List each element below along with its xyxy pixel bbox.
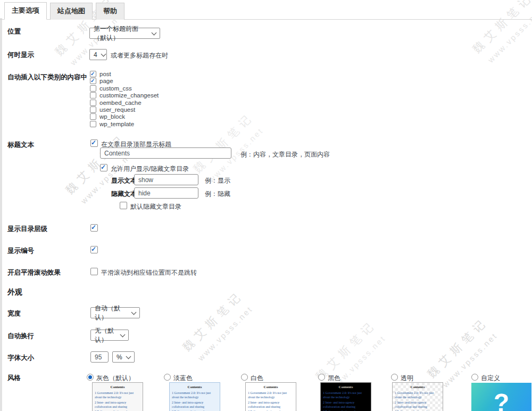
font-size-label: 字体大小 (7, 354, 34, 363)
smooth-scroll-checkbox-label: 平滑滚动到相应锚位置而不是跳转 (101, 268, 197, 277)
tab-help[interactable]: 帮助 (96, 3, 124, 20)
tab-bar: 主要选项 站点地图 帮助 (0, 2, 532, 20)
style-lightblue-preview: Contents 1 Government 2.0: It's not just… (169, 382, 220, 411)
preview-link: 1 Government 2.0: It's not just about th… (93, 391, 143, 399)
post-type-label: page (99, 78, 113, 84)
post-type-item: oembed_cache (90, 100, 159, 106)
hide-default-checkbox-label: 默认隐藏文章目录 (130, 202, 181, 211)
preview-title: Contents (171, 385, 219, 389)
wp-template-checkbox[interactable] (90, 121, 96, 127)
title-text-input[interactable] (100, 147, 231, 159)
style-lightblue-radio[interactable] (164, 374, 171, 381)
style-grey-label: 灰色（默认） (96, 374, 135, 383)
preview-link: 1 Government 2.0: It's not just about th… (321, 391, 371, 399)
style-custom-radio[interactable] (471, 374, 478, 381)
preview-title: Contents (94, 385, 142, 389)
font-size-unit-value: % (117, 354, 122, 361)
font-size-unit-select[interactable]: % (112, 351, 135, 363)
hierarchy-label: 显示目录层级 (7, 225, 47, 234)
position-select-value: 第一个标题前面（默认） (94, 24, 148, 43)
style-label: 风格 (7, 374, 21, 383)
chevron-down-icon (126, 354, 131, 359)
page-left-edge (0, 18, 2, 411)
preview-link: 2 Inter- and intra-agency collaboration … (393, 400, 443, 409)
post-type-item: wp_block (90, 113, 159, 120)
appearance-heading: 外观 (7, 287, 22, 297)
when-show-select[interactable]: 4 (89, 49, 107, 60)
hide-default-checkbox[interactable] (120, 202, 127, 209)
post-type-label: custom_css (99, 85, 132, 92)
style-grey-preview: Contents 1 Government 2.0: It's not just… (92, 382, 143, 411)
show-text-label: 显示文本 (111, 176, 137, 185)
tab-sitemap[interactable]: 站点地图 (50, 3, 93, 20)
post-type-item: customize_changeset (90, 92, 159, 99)
style-white-label: 白色 (251, 374, 263, 383)
preview-link: 1 Government 2.0: It's not just about th… (393, 391, 443, 399)
custom-css-checkbox[interactable] (90, 85, 96, 92)
hierarchy-checkbox[interactable] (90, 224, 98, 232)
watermark: 魏艾斯笔记www.vpsss.net (180, 287, 257, 365)
wrapping-select[interactable]: 无（默认） (90, 330, 129, 341)
when-show-select-value: 4 (94, 51, 97, 59)
show-title-checkbox[interactable] (90, 139, 98, 147)
allow-toggle-checkbox-label: 允许用户显示/隐藏文章目录 (111, 165, 189, 174)
hide-text-label: 隐藏文本 (111, 190, 137, 199)
auto-insert-label: 自动插入以下类别的内容中 (7, 73, 87, 82)
tab-main-options[interactable]: 主要选项 (4, 2, 47, 20)
post-type-item: user_request (90, 106, 159, 113)
width-select-value: 自动（默认） (95, 304, 128, 322)
preview-title: Contents (322, 385, 370, 389)
post-type-item: custom_css (90, 85, 159, 92)
numbering-checkbox[interactable] (90, 246, 98, 253)
show-text-input[interactable] (134, 174, 198, 185)
wrapping-select-value: 无（默认） (95, 326, 117, 344)
style-grey-radio[interactable] (87, 374, 94, 381)
preview-title: Contents (394, 385, 442, 389)
chevron-down-icon (120, 332, 126, 337)
style-transparent-label: 透明 (401, 374, 413, 383)
style-black-label: 黑色 (328, 374, 340, 383)
allow-toggle-checkbox[interactable] (100, 164, 107, 171)
numbering-label: 显示编号 (7, 246, 34, 256)
post-type-label: wp_template (99, 121, 134, 127)
position-label: 位置 (7, 27, 21, 36)
style-transparent-radio[interactable] (391, 374, 398, 381)
post-type-label: oembed_cache (99, 100, 142, 106)
style-transparent-preview: Contents 1 Government 2.0: It's not just… (392, 382, 443, 411)
user-request-checkbox[interactable] (90, 106, 96, 113)
style-black-radio[interactable] (318, 374, 325, 381)
preview-link: 2 Inter- and intra-agency collaboration … (170, 400, 220, 409)
width-select[interactable]: 自动（默认） (90, 307, 140, 318)
chevron-down-icon (152, 30, 157, 35)
font-size-input[interactable] (90, 351, 109, 363)
style-white-radio[interactable] (241, 374, 248, 381)
post-type-list: post page custom_css customize_changeset… (90, 71, 159, 128)
preview-link: 1 Government 2.0: It's not just about th… (246, 391, 296, 399)
page-checkbox[interactable] (90, 78, 96, 84)
hide-text-hint: 例：隐藏 (205, 190, 230, 199)
preview-link: 2 Inter- and intra-agency collaboration … (321, 400, 371, 409)
when-show-label: 何时显示 (7, 51, 34, 60)
style-white-preview: Contents 1 Government 2.0: It's not just… (245, 382, 296, 411)
post-checkbox[interactable] (90, 71, 96, 77)
smooth-scroll-checkbox[interactable] (90, 268, 98, 275)
post-type-label: customize_changeset (99, 92, 159, 98)
wrapping-label: 自动换行 (7, 332, 34, 341)
wp-block-checkbox[interactable] (90, 113, 96, 120)
oembed-cache-checkbox[interactable] (90, 100, 96, 106)
hide-text-input[interactable] (134, 187, 198, 199)
style-custom-label: 自定义 (481, 374, 500, 383)
smooth-scroll-label: 开启平滑滚动效果 (7, 268, 61, 277)
position-select[interactable]: 第一个标题前面（默认） (89, 28, 160, 39)
toc-settings-page: 魏艾斯笔记www.vpsss.net 魏艾斯笔记www.vpsss.net 魏艾… (0, 0, 532, 411)
preview-title: Contents (247, 385, 295, 389)
show-text-hint: 例：显示 (205, 176, 230, 185)
heading-text-label: 标题文本 (7, 141, 34, 150)
post-type-item: post (90, 71, 159, 78)
preview-link: 2 Inter- and intra-agency collaboration … (93, 400, 143, 409)
customize-changeset-checkbox[interactable] (90, 92, 96, 98)
post-type-item: page (90, 78, 159, 85)
chevron-down-icon (131, 309, 137, 315)
style-lightblue-label: 淡蓝色 (173, 374, 193, 383)
post-type-label: user_request (99, 106, 135, 113)
